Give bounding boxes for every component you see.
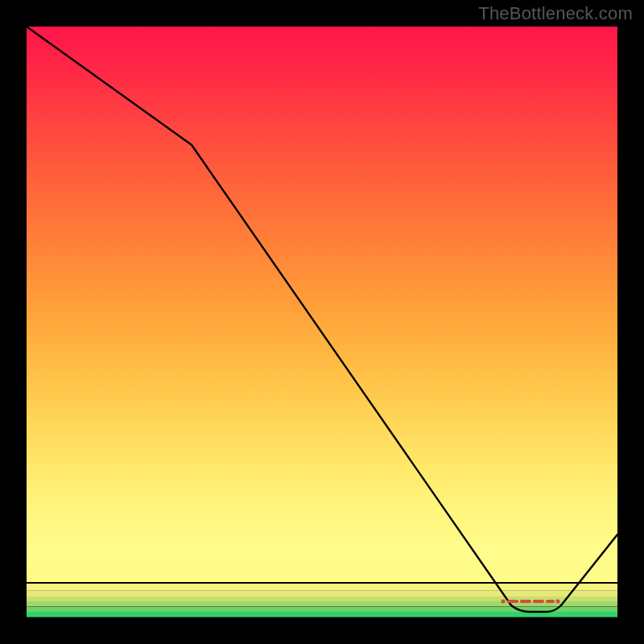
watermark-text: TheBottleneck.com [478, 3, 633, 24]
marker-band [502, 600, 560, 604]
chart-frame: TheBottleneck.com [0, 0, 644, 644]
plot-area [27, 27, 617, 617]
series-curve [27, 27, 617, 612]
chart-svg [27, 27, 617, 617]
svg-point-0 [502, 600, 506, 604]
svg-point-5 [556, 600, 560, 604]
